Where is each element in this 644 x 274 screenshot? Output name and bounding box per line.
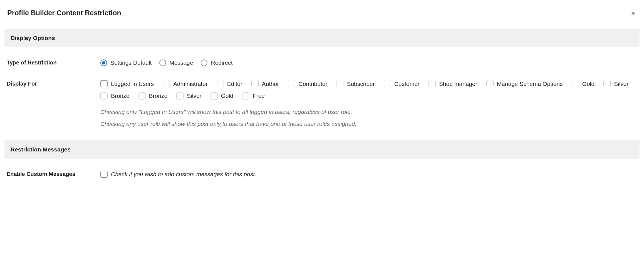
display-for-role-item[interactable]: Free	[242, 91, 265, 100]
display-for-help-1: Checking only "Logged In Users" will sho…	[100, 107, 640, 117]
display-for-role-checkbox[interactable]	[251, 80, 259, 87]
type-of-restriction-radio-group: Settings DefaultMessageRedirect	[100, 58, 640, 67]
display-for-role-label: Customer	[394, 79, 420, 88]
panel-title: Profile Builder Content Restriction	[7, 8, 121, 18]
display-for-role-label: Subscriber	[347, 79, 375, 88]
row-display-for: Display For Logged In UsersAdministrator…	[0, 67, 644, 129]
display-for-role-checkbox[interactable]	[176, 92, 184, 99]
row-enable-custom-messages: Enable Custom Messages Check if you wish…	[0, 159, 644, 180]
display-for-role-item[interactable]: Manage Schema Options	[486, 79, 563, 88]
display-for-role-checkbox[interactable]	[336, 80, 343, 87]
display-for-role-label: Logged In Users	[111, 79, 154, 88]
display-for-role-item[interactable]: Bronze	[100, 91, 130, 100]
display-for-role-item[interactable]: Editor	[217, 79, 242, 88]
display-for-role-checkbox[interactable]	[572, 80, 579, 87]
enable-custom-messages-label: Enable Custom Messages	[4, 170, 100, 178]
display-for-role-checkbox[interactable]	[242, 92, 249, 99]
display-for-role-checkbox[interactable]	[603, 80, 611, 87]
display-for-role-checkbox[interactable]	[138, 92, 146, 99]
display-for-role-item[interactable]: Administrator	[163, 79, 208, 88]
display-for-role-item[interactable]: Bronze	[138, 91, 168, 100]
display-for-role-checkbox[interactable]	[100, 92, 108, 99]
type-of-restriction-option[interactable]: Message	[159, 58, 193, 67]
type-of-restriction-radio-label: Message	[169, 58, 193, 67]
display-for-role-item[interactable]: Customer	[384, 79, 420, 88]
display-for-role-label: Gold	[582, 79, 595, 88]
display-for-role-checkbox[interactable]	[210, 92, 218, 99]
display-for-role-item[interactable]: Subscriber	[336, 79, 375, 88]
display-for-role-checkbox[interactable]	[100, 80, 108, 87]
content-restriction-panel: Profile Builder Content Restriction Disp…	[0, 0, 644, 189]
display-for-role-checkbox[interactable]	[288, 80, 295, 87]
display-for-role-label: Author	[262, 79, 279, 88]
display-for-role-label: Gold	[221, 91, 233, 100]
section-display-options: Display Options	[4, 29, 640, 48]
section-restriction-messages: Restriction Messages	[4, 140, 640, 159]
display-for-role-label: Bronze	[111, 91, 130, 100]
display-for-role-checkbox[interactable]	[217, 80, 224, 87]
display-for-role-label: Editor	[227, 79, 242, 88]
display-for-role-item[interactable]: Gold	[572, 79, 595, 88]
display-for-role-checkbox[interactable]	[163, 80, 170, 87]
display-for-role-item[interactable]: Contributor	[288, 79, 328, 88]
type-of-restriction-radio[interactable]	[100, 59, 107, 66]
display-for-role-label: Silver	[187, 91, 202, 100]
type-of-restriction-option[interactable]: Settings Default	[100, 58, 152, 67]
display-for-role-label: Manage Schema Options	[497, 79, 563, 88]
enable-custom-messages-help: Check if you wish to add custom messages…	[111, 170, 256, 179]
type-of-restriction-radio[interactable]	[201, 59, 207, 66]
panel-header: Profile Builder Content Restriction	[0, 3, 644, 25]
collapse-up-icon[interactable]	[631, 11, 635, 14]
display-for-label: Display For	[4, 79, 100, 88]
display-for-role-item[interactable]: Logged In Users	[100, 79, 154, 88]
display-for-role-item[interactable]: Gold	[210, 91, 233, 100]
display-for-role-checkbox[interactable]	[428, 80, 436, 87]
type-of-restriction-radio-label: Settings Default	[110, 58, 152, 67]
display-for-role-label: Administrator	[173, 79, 208, 88]
enable-custom-messages-checkbox[interactable]	[100, 171, 108, 178]
display-for-role-item[interactable]: Shop manager	[428, 79, 477, 88]
display-for-role-label: Silver	[614, 79, 629, 88]
type-of-restriction-radio-label: Redirect	[211, 58, 232, 67]
display-for-role-label: Free	[253, 91, 265, 100]
display-for-role-item[interactable]: Author	[251, 79, 279, 88]
display-for-help-2: Checking any user role will show this po…	[100, 119, 640, 129]
display-for-role-checkbox[interactable]	[384, 80, 391, 87]
enable-custom-messages-check-item[interactable]: Check if you wish to add custom messages…	[100, 170, 256, 179]
display-for-role-label: Shop manager	[439, 79, 477, 88]
display-for-role-item[interactable]: Silver	[603, 79, 629, 88]
display-for-role-checkbox[interactable]	[486, 80, 494, 87]
type-of-restriction-option[interactable]: Redirect	[201, 58, 232, 67]
display-for-role-label: Contributor	[299, 79, 328, 88]
display-for-role-item[interactable]: Silver	[176, 91, 202, 100]
type-of-restriction-radio[interactable]	[159, 59, 166, 66]
display-for-check-group: Logged In UsersAdministratorEditorAuthor…	[100, 79, 640, 100]
row-type-of-restriction: Type of Restriction Settings DefaultMess…	[0, 47, 644, 67]
type-of-restriction-label: Type of Restriction	[4, 58, 100, 67]
display-for-role-label: Bronze	[149, 91, 168, 100]
